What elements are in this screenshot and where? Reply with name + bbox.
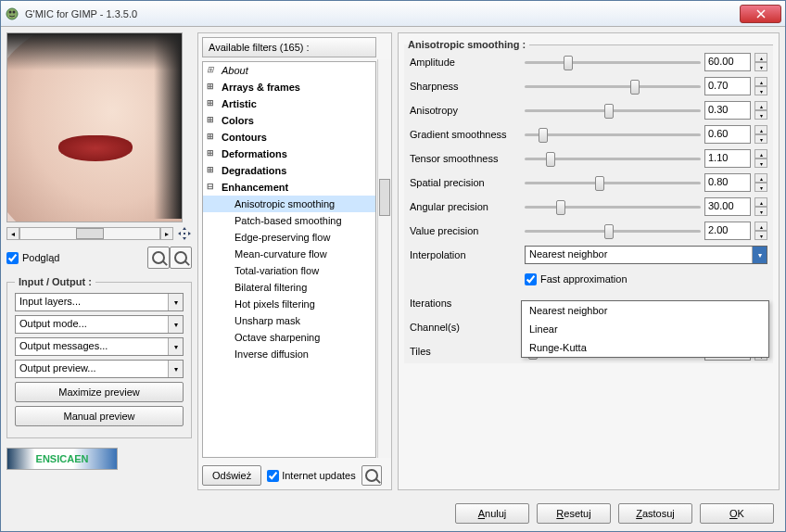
titlebar: G'MIC for GIMP - 1.3.5.0 [1,1,785,27]
chevron-down-icon[interactable]: ▾ [168,361,183,377]
zoom-out-icon [152,251,165,264]
param-spinner[interactable]: ▴▾ [754,125,767,144]
filter-item[interactable]: Inverse diffusion [203,346,375,362]
param-slider[interactable] [525,103,701,118]
ok-button[interactable]: OK [700,503,774,524]
filter-item[interactable]: Octave sharpening [203,329,375,346]
param-spinner[interactable]: ▴▾ [754,173,767,192]
param-value[interactable]: 60.00 [704,53,751,71]
filter-item[interactable]: Unsharp mask [203,312,375,329]
close-button[interactable] [740,5,781,23]
io-select-1[interactable]: Output mode...▾ [15,315,184,334]
svg-point-0 [6,8,18,19]
maximize-preview-button[interactable]: Maximize preview [15,382,184,402]
param-slider[interactable] [525,55,701,70]
filter-category[interactable]: Deformations [203,146,375,162]
filter-category[interactable]: Contours [203,129,375,146]
zoom-in-icon [174,251,187,264]
zoom-out-button[interactable] [147,247,170,269]
internet-updates-toggle[interactable]: Internet updates [267,470,356,482]
zoom-in-button[interactable] [170,247,192,269]
param-slider[interactable] [525,199,701,214]
preview-image[interactable] [6,32,183,222]
internet-updates-checkbox[interactable] [267,470,279,482]
io-legend: Input / Output : [15,276,95,287]
filter-item[interactable]: Patch-based smoothing [203,212,375,229]
preview-hscroll[interactable]: ◂ ▸ [6,226,192,241]
filters-column: Available filters (165) : AboutArrays & … [197,32,392,490]
dropdown-option[interactable]: Nearest neighbor [522,301,768,320]
filter-category[interactable]: Arrays & frames [203,79,375,95]
param-value[interactable]: 0.30 [704,101,751,120]
param-row: Value precision2.00▴▾ [404,219,773,243]
param-row: Gradient smoothness0.60▴▾ [404,122,773,146]
filter-category[interactable]: Degradations [203,162,375,179]
filter-item[interactable]: Hot pixels filtering [203,296,375,312]
param-slider[interactable] [525,79,701,94]
preview-toggle[interactable]: Podgląd [6,252,147,264]
filter-category[interactable]: About [203,62,375,79]
param-value[interactable]: 0.60 [704,125,751,144]
io-select-0[interactable]: Input layers...▾ [15,293,184,311]
param-value[interactable]: 0.80 [704,173,751,192]
param-row: Sharpness0.70▴▾ [404,74,773,98]
param-spinner[interactable]: ▴▾ [754,101,767,120]
gmic-dialog: G'MIC for GIMP - 1.3.5.0 ◂ ▸ Podgląd [0,0,786,532]
fast-approx-checkbox[interactable] [525,273,537,285]
filter-item[interactable]: Total-variation flow [203,262,375,279]
refresh-button[interactable]: Odśwież [202,465,261,486]
move-icon[interactable] [177,226,192,241]
preview-checkbox[interactable] [6,252,19,264]
param-slider[interactable] [525,151,701,166]
ensicaen-logo: ENSICAEN [6,448,118,470]
param-value[interactable]: 0.70 [704,77,751,95]
interpolation-select[interactable]: Nearest neighbor [526,247,752,263]
apply-button[interactable]: Zastosuj [618,503,692,524]
param-spinner[interactable]: ▴▾ [754,222,767,240]
filters-vscroll[interactable] [377,59,391,458]
chevron-down-icon[interactable]: ▾ [168,316,183,333]
param-spinner[interactable]: ▴▾ [754,53,767,71]
interpolation-dropdown[interactable]: Nearest neighborLinearRunge-Kutta [521,300,769,358]
param-value[interactable]: 1.10 [704,149,751,168]
param-spinner[interactable]: ▴▾ [754,149,767,168]
dropdown-option[interactable]: Runge-Kutta [522,338,768,357]
filter-category[interactable]: Artistic [203,95,375,112]
filters-header[interactable]: Available filters (165) : [202,37,376,57]
param-slider[interactable] [525,223,701,238]
param-slider[interactable] [525,175,701,190]
reset-button[interactable]: Resetuj [537,503,611,524]
filter-category[interactable]: Enhancement [203,179,375,196]
param-value[interactable]: 2.00 [704,222,751,240]
param-spinner[interactable]: ▴▾ [754,197,767,216]
param-spinner[interactable]: ▴▾ [754,77,767,95]
svg-point-2 [13,10,16,13]
close-icon [756,9,766,19]
dropdown-option[interactable]: Linear [522,320,768,338]
filter-tree[interactable]: AboutArrays & framesArtisticColorsContou… [202,61,376,458]
manual-preview-button[interactable]: Manual preview [15,406,184,426]
chevron-down-icon[interactable]: ▾ [168,294,183,310]
scroll-left-icon[interactable]: ◂ [6,227,19,240]
filter-item[interactable]: Anisotropic smoothing [203,196,375,212]
dialog-buttons: Anuluj Resetuj Zastosuj OK [1,496,785,531]
chevron-down-icon[interactable]: ▾ [168,338,183,355]
filter-category[interactable]: Colors [203,112,375,129]
param-slider[interactable] [525,127,701,142]
filter-item[interactable]: Edge-preserving flow [203,229,375,246]
io-select-2[interactable]: Output messages...▾ [15,337,184,356]
fast-approx-toggle[interactable]: Fast approximation [525,273,628,285]
filter-item[interactable]: Mean-curvature flow [203,246,375,262]
fast-approx-row: Fast approximation [404,267,773,291]
io-select-3[interactable]: Output preview...▾ [15,360,184,378]
interpolation-row: Interpolation Nearest neighbor ▾ [404,243,773,267]
search-filters-button[interactable] [361,465,382,486]
cancel-button[interactable]: Anuluj [455,503,529,524]
svg-rect-3 [184,233,185,234]
param-value[interactable]: 30.00 [704,197,751,216]
chevron-down-icon[interactable]: ▾ [752,247,767,263]
scroll-right-icon[interactable]: ▸ [160,227,173,240]
left-column: ◂ ▸ Podgląd Input / Output : Input layer… [6,32,192,490]
io-group: Input / Output : Input layers...▾Output … [6,276,192,438]
filter-item[interactable]: Bilateral filtering [203,279,375,296]
